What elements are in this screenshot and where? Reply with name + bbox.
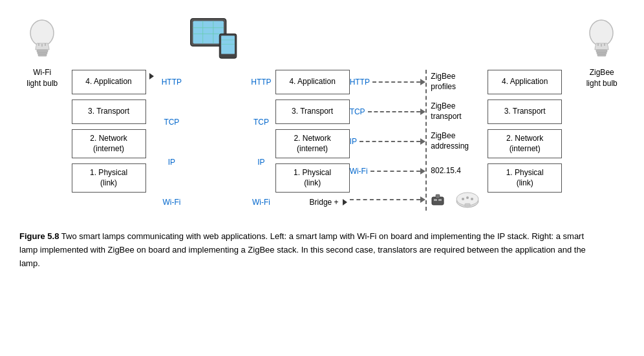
- bridge-dashed-row: [350, 189, 426, 211]
- center-proto-left-ip: IP: [257, 150, 264, 174]
- arrow-col: HTTP TCP IP Wi-Fi: [350, 70, 426, 211]
- bridge-label: Bridge +: [310, 198, 339, 207]
- wifi-stack-box-2: 2. Network(internet): [72, 129, 146, 158]
- zigbee-addressing-label: ZigBeeaddressing: [431, 129, 488, 154]
- tcp-arrow-row: TCP: [350, 99, 426, 124]
- ip-arrow-row: IP: [350, 129, 426, 154]
- wifi-proto-ip: IP: [168, 150, 175, 174]
- center-device-col: [186, 13, 247, 61]
- zigbee-bulb-icon: [583, 13, 621, 65]
- zigbee-stack-box-1: 1. Physical(link): [488, 163, 562, 193]
- wifi-arrow-right: [146, 70, 158, 171]
- zigbee-labels-col: ZigBeeprofiles ZigBeetransport ZigBeeadd…: [425, 70, 488, 211]
- figure-number: Figure 5.8: [19, 231, 59, 241]
- zigbee-stack-box-3: 3. Transport: [488, 99, 562, 124]
- zigbee-profiles-label: ZigBeeprofiles: [431, 70, 488, 94]
- center-proto-left-http: HTTP: [251, 70, 271, 94]
- wifi-arrow-row: Wi-Fi: [350, 159, 426, 183]
- wifi-stack-box-3: 3. Transport: [72, 99, 146, 124]
- svg-rect-18: [436, 194, 440, 198]
- wifi-proto-col: HTTP TCP IP Wi-Fi: [158, 70, 186, 215]
- wifi-proto-wifi: Wi-Fi: [162, 190, 180, 215]
- diagram-container: Wi-Filight bulb 4. Application 3. Transp…: [13, 13, 631, 270]
- center-stack: 4. Application 3. Transport 2. Network(i…: [275, 70, 350, 207]
- usb-dongle-icon: [431, 191, 450, 209]
- bridge-arrow: [343, 199, 347, 205]
- caption-text: Two smart lamps communicating with web a…: [19, 231, 586, 268]
- wifi-device-col: Wi-Filight bulb: [13, 13, 72, 94]
- center-proto-left-tcp: TCP: [253, 110, 269, 134]
- svg-rect-2: [38, 52, 47, 54]
- ip-arrow-label: IP: [350, 137, 357, 146]
- center-proto-left-wifi: Wi-Fi: [252, 190, 270, 215]
- figure-caption: Figure 5.8 Two smart lamps communicating…: [13, 230, 595, 270]
- wifi-device-label: Wi-Filight bulb: [27, 67, 58, 89]
- full-diagram-row: Wi-Filight bulb 4. Application 3. Transp…: [13, 13, 631, 215]
- svg-point-25: [471, 198, 473, 200]
- wifi-arrow-label: Wi-Fi: [350, 167, 368, 176]
- zigbee-802154-label: 802.15.4: [431, 159, 488, 183]
- hardware-icons-row: [431, 189, 488, 211]
- http-arrow-label: HTTP: [350, 78, 370, 87]
- svg-rect-3: [38, 54, 47, 56]
- center-stack-box-1: 1. Physical(link): [275, 163, 350, 193]
- center-device-icon: [188, 13, 246, 61]
- svg-rect-26: [465, 204, 470, 206]
- hub-icon: [455, 191, 480, 209]
- http-arrow-row: HTTP: [350, 70, 426, 94]
- wifi-proto-tcp: TCP: [164, 110, 179, 134]
- zigbee-transport-label: ZigBeetransport: [431, 99, 488, 124]
- svg-point-23: [462, 198, 464, 200]
- zigbee-stack-box-4: 4. Application: [488, 70, 562, 94]
- svg-rect-14: [221, 36, 235, 54]
- wifi-bulb-icon: [23, 13, 61, 65]
- wifi-proto-http: HTTP: [162, 70, 182, 94]
- svg-rect-28: [596, 50, 607, 52]
- svg-rect-1: [37, 50, 48, 52]
- center-stack-box-2: 2. Network(internet): [275, 129, 350, 158]
- zigbee-device-label: ZigBeelight bulb: [586, 67, 617, 89]
- svg-point-24: [466, 196, 469, 199]
- wifi-stack-box-4: 4. Application: [72, 70, 146, 94]
- center-stack-box-3: 3. Transport: [275, 99, 350, 124]
- svg-point-0: [30, 20, 54, 46]
- zigbee-device-col: ZigBeelight bulb: [572, 13, 631, 94]
- zigbee-left-arrow: [562, 70, 572, 82]
- wifi-stack-box-1: 1. Physical(link): [72, 163, 146, 193]
- zigbee-stack: 4. Application 3. Transport 2. Network(i…: [488, 70, 562, 193]
- svg-point-27: [590, 20, 613, 46]
- svg-rect-20: [438, 199, 442, 201]
- wifi-stack: 4. Application 3. Transport 2. Network(i…: [72, 70, 146, 193]
- svg-rect-19: [434, 199, 437, 201]
- svg-rect-30: [597, 54, 606, 56]
- bridge-row: Bridge +: [275, 198, 350, 207]
- center-proto-left-col: HTTP TCP IP Wi-Fi: [247, 70, 275, 215]
- center-stack-box-4: 4. Application: [275, 70, 350, 94]
- tcp-arrow-label: TCP: [350, 107, 365, 116]
- svg-rect-29: [597, 52, 606, 54]
- zigbee-stack-box-2: 2. Network(internet): [488, 129, 562, 158]
